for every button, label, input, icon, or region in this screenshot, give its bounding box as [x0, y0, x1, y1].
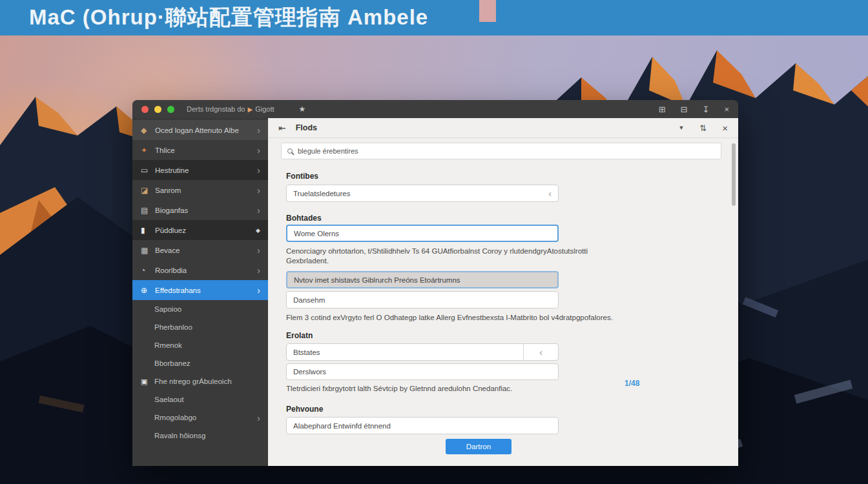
back-icon[interactable]: ⇤ — [278, 123, 286, 133]
scrollbar-thumb[interactable] — [732, 143, 736, 206]
sliders-icon[interactable]: ⇅ — [699, 123, 707, 133]
helper-text-1: Cenorciagry ohrtotarlon, t/Shtilidhhelv … — [286, 247, 588, 266]
field-label-3: Erolatn — [286, 331, 313, 340]
field-label-4: Pehvoune — [286, 405, 323, 414]
grid-icon: ▦ — [141, 246, 155, 255]
chevron-right-icon: › — [257, 125, 260, 135]
chevron-right-icon: › — [257, 185, 260, 195]
page-title: Flods — [296, 123, 317, 132]
sidebar-item-7[interactable]: ▦ Bevace › — [132, 240, 268, 260]
download-icon[interactable]: ↧ — [703, 105, 710, 114]
chevron-left-icon[interactable]: ‹ — [523, 344, 558, 360]
sidebar-subitem-6[interactable]: Saelaout — [132, 390, 268, 408]
sidebar-item-label: Püddluez — [155, 227, 186, 234]
sidebar-subitem-label: Bborbanez — [154, 359, 191, 367]
sidebar-subitem-label: Ravaln hôionsg — [154, 432, 205, 439]
chevron-right-icon: › — [257, 165, 260, 175]
sidebar-item-2[interactable]: ✦ Thlice › — [132, 140, 268, 160]
sidebar-subitem-5[interactable]: ▣ Fhe ntrego grÁbuleoich — [132, 372, 268, 390]
helper-text-3: Tletrdicieri fxbrgytotrt lalth Sévtcip b… — [286, 384, 588, 394]
app-window: Derts trdgnstab do▶Gigott ★ ⊞ ⊟ ↧ × ◆ Oc… — [132, 100, 738, 466]
dropdown-2-value: Btstates — [287, 348, 523, 356]
sidebar-subitem-label: Sapoioo — [154, 305, 181, 313]
sidebar-subitem-3[interactable]: Rmenok — [132, 336, 268, 354]
close-icon[interactable]: × — [722, 123, 728, 134]
titlebar-actions: ⊞ ⊟ ↧ × — [659, 105, 729, 114]
sidebar-subitem-label: Pherbanloo — [154, 323, 192, 331]
sidebar-subitem-8[interactable]: Ravaln hôionsg — [132, 427, 268, 445]
text-input-3[interactable]: Alabephard Entwinfd étnnend — [286, 417, 559, 434]
window-title-text-left: Derts trdgnstab do — [187, 105, 245, 113]
clock-icon: ◔ — [141, 266, 155, 275]
sidebar-item-6[interactable]: ▮ Püddluez ◆ — [132, 220, 268, 240]
diamond-icon: ◆ — [141, 126, 155, 135]
banner-artifact — [479, 0, 496, 22]
sidebar-item-label: Sanrom — [155, 187, 181, 194]
pin-icon: ◆ — [256, 227, 260, 234]
sidebar-item-1[interactable]: ◆ Oced logan Attenuto Albe › — [132, 120, 268, 140]
search-input[interactable]: blegule érebentires — [281, 143, 721, 159]
text-input-selected[interactable]: Nvtov imet shistavts Giblrurch Preóns Et… — [286, 271, 559, 288]
field-label-1: Fontibes — [286, 172, 318, 181]
text-input-1-value: Dansehm — [293, 296, 325, 304]
play-icon: ▶ — [248, 106, 253, 113]
chevron-right-icon: › — [257, 205, 260, 215]
banner-title: MaC (Ohrup·聯站配置管理指南 Ambele — [0, 3, 428, 32]
globe-icon: ⊕ — [141, 286, 155, 295]
chevron-right-icon: › — [257, 245, 260, 255]
sidebar-item-label: Roorlbdia — [155, 267, 187, 274]
dropdown-1-value: Truelatsledetures — [293, 190, 350, 197]
content-panel: ⇤ Flods ▼ ⇅ × blegule érebentires Fontib… — [268, 118, 738, 466]
sidebar-item-label: Bevace — [155, 247, 180, 254]
filter-icon[interactable]: ▼ — [678, 125, 684, 131]
window-title-text-right: Gigott — [255, 105, 274, 113]
text-input-focused-value: Wome Olerns — [294, 230, 339, 237]
sidebar-item-8[interactable]: ◔ Roorlbdia › — [132, 260, 268, 280]
window-close-icon[interactable]: × — [724, 105, 729, 114]
desktop: MaC (Ohrup·聯站配置管理指南 Ambele Derts trdgnst… — [0, 0, 868, 484]
zoom-traffic-light[interactable] — [167, 106, 174, 113]
minimize-traffic-light[interactable] — [154, 106, 161, 113]
field-label-2: Bohtades — [286, 214, 322, 223]
dropdown-2[interactable]: Btstates ‹ — [286, 343, 559, 361]
sidebar-item-4[interactable]: ◪ Sanrom › — [132, 180, 268, 200]
sidebar-subitem-4[interactable]: Bborbanez — [132, 354, 268, 372]
text-input-2[interactable]: Derslwors — [286, 363, 559, 380]
sidebar-item-label: Oced logan Attenuto Albe — [155, 126, 239, 134]
chevron-left-icon: ‹ — [548, 188, 552, 199]
submit-button[interactable]: Dartron — [446, 439, 512, 454]
sidebar-item-label: Effedstrahans — [155, 287, 201, 294]
sidebar-subitem-label: Rmenok — [154, 341, 182, 349]
star-icon[interactable]: ★ — [299, 105, 306, 114]
sidebar-item-5[interactable]: ▤ Bioganfas › — [132, 200, 268, 220]
sidebar-subitem-label: Fhe ntrego grÁbuleoich — [154, 378, 232, 385]
titlebar[interactable]: Derts trdgnstab do▶Gigott ★ ⊞ ⊟ ↧ × — [132, 100, 738, 118]
sidebar: ◆ Oced logan Attenuto Albe › ✦ Thlice › … — [132, 118, 268, 466]
search-value: blegule érebentires — [298, 147, 358, 155]
sidebar-subitem-1[interactable]: Sapoioo — [132, 300, 268, 318]
close-traffic-light[interactable] — [141, 106, 149, 113]
sidebar-item-3[interactable]: ▭ Hestrutine › — [132, 160, 268, 180]
text-input-focused[interactable]: Wome Olerns — [286, 225, 559, 242]
sidebar-item-9-active[interactable]: ⊕ Effedstrahans › — [132, 280, 268, 300]
text-input-1[interactable]: Dansehm — [286, 291, 559, 308]
text-input-2-value: Derslwors — [293, 368, 326, 376]
sidebar-item-label: Bioganfas — [155, 207, 188, 214]
sidebar-item-label: Thlice — [155, 146, 175, 154]
panel-icon[interactable]: ⊞ — [659, 105, 666, 114]
card-icon: ▭ — [141, 166, 155, 175]
dropdown-1[interactable]: Truelatsledetures ‹ — [286, 185, 559, 202]
sidebar-subitem-label: Saelaout — [154, 396, 183, 403]
sidebar-subitem-2[interactable]: Pherbanloo — [132, 318, 268, 336]
chevron-right-icon: › — [257, 285, 260, 295]
paw-icon: ✦ — [141, 146, 155, 155]
image-icon: ▤ — [141, 206, 155, 215]
search-icon — [287, 148, 293, 154]
chevron-right-icon: › — [257, 413, 260, 423]
folder-icon: ▣ — [141, 378, 154, 386]
chevron-right-icon: › — [257, 145, 260, 155]
columns-icon[interactable]: ⊟ — [681, 105, 688, 114]
window-title: Derts trdgnstab do▶Gigott — [187, 105, 274, 113]
sidebar-subitem-7[interactable]: Rmogolabgo › — [132, 408, 268, 427]
helper-text-2: Flem 3 cotind exVrgyto ferl O Odhategp l… — [286, 313, 609, 323]
